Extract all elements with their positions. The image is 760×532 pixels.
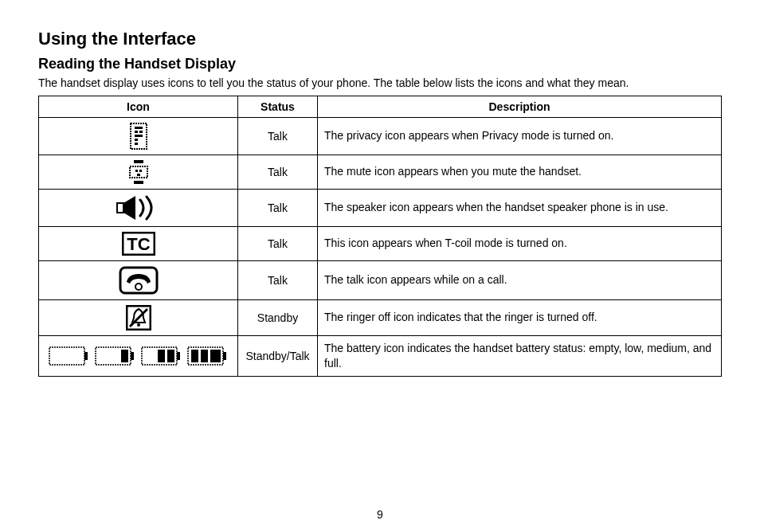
svg-rect-24 bbox=[131, 352, 134, 360]
mute-icon bbox=[128, 160, 149, 184]
page-title: Using the Interface bbox=[38, 29, 722, 49]
table-row: Standby/Talk The battery icon indicates … bbox=[39, 335, 722, 376]
icon-cell bbox=[39, 117, 238, 155]
privacy-icon bbox=[130, 123, 147, 150]
status-cell: Talk bbox=[238, 189, 318, 226]
status-cell: Talk bbox=[238, 117, 318, 155]
table-header-row: Icon Status Description bbox=[39, 96, 722, 117]
table-row: Talk The mute icon appears when you mute… bbox=[39, 155, 722, 189]
svg-rect-11 bbox=[139, 170, 142, 172]
talk-icon bbox=[119, 266, 159, 295]
icon-cell bbox=[39, 335, 238, 376]
speaker-icon bbox=[116, 194, 161, 221]
status-cell: Standby bbox=[238, 299, 318, 335]
svg-rect-27 bbox=[177, 352, 180, 360]
table-row: Standby The ringer off icon indicates th… bbox=[39, 299, 722, 335]
desc-cell: The mute icon appears when you mute the … bbox=[318, 155, 722, 189]
svg-rect-2 bbox=[135, 131, 138, 133]
svg-rect-25 bbox=[121, 350, 128, 362]
svg-rect-4 bbox=[135, 135, 143, 137]
section-title: Reading the Handset Display bbox=[38, 56, 722, 72]
svg-point-19 bbox=[137, 323, 140, 327]
svg-rect-33 bbox=[201, 350, 208, 362]
svg-rect-5 bbox=[135, 139, 138, 141]
desc-cell: The ringer off icon indicates that the r… bbox=[318, 299, 722, 335]
header-description: Description bbox=[318, 96, 722, 117]
page-number: 9 bbox=[0, 508, 760, 521]
table-row: Talk The talk icon appears while on a ca… bbox=[39, 260, 722, 299]
icon-cell bbox=[39, 299, 238, 335]
status-cell: Standby/Talk bbox=[238, 335, 318, 376]
desc-cell: The talk icon appears while on a call. bbox=[318, 260, 722, 299]
tcoil-icon: TC bbox=[122, 232, 155, 256]
svg-rect-28 bbox=[158, 350, 165, 362]
battery-icon bbox=[48, 344, 229, 368]
svg-rect-31 bbox=[223, 352, 226, 360]
table-row: TC Talk This icon appears when T-coil mo… bbox=[39, 226, 722, 260]
svg-rect-7 bbox=[134, 160, 143, 163]
table-row: Talk The privacy icon appears when Priva… bbox=[39, 117, 722, 155]
svg-rect-6 bbox=[135, 143, 138, 145]
svg-point-17 bbox=[135, 284, 142, 290]
header-status: Status bbox=[238, 96, 318, 117]
desc-cell: This icon appears when T-coil mode is tu… bbox=[318, 226, 722, 260]
svg-rect-3 bbox=[139, 131, 143, 133]
svg-rect-32 bbox=[191, 350, 198, 362]
desc-cell: The speaker icon appears when the handse… bbox=[318, 189, 722, 226]
svg-rect-21 bbox=[49, 347, 84, 365]
svg-rect-22 bbox=[84, 352, 88, 360]
svg-rect-13 bbox=[117, 203, 123, 213]
table-row: Talk The speaker icon appears when the h… bbox=[39, 189, 722, 226]
svg-rect-8 bbox=[134, 181, 143, 184]
icon-cell bbox=[39, 155, 238, 189]
ringer-off-icon bbox=[126, 305, 151, 331]
icon-cell: TC bbox=[39, 226, 238, 260]
svg-rect-1 bbox=[135, 127, 143, 129]
svg-rect-12 bbox=[137, 174, 140, 176]
header-icon: Icon bbox=[39, 96, 238, 117]
icon-cell bbox=[39, 189, 238, 226]
status-cell: Talk bbox=[238, 226, 318, 260]
status-cell: Talk bbox=[238, 155, 318, 189]
icon-cell bbox=[39, 260, 238, 299]
svg-rect-10 bbox=[135, 170, 138, 172]
svg-text:TC: TC bbox=[127, 234, 150, 254]
icon-table: Icon Status Description Talk The privacy… bbox=[38, 96, 722, 377]
desc-cell: The battery icon indicates the handset b… bbox=[318, 335, 722, 376]
intro-text: The handset display uses icons to tell y… bbox=[38, 76, 722, 91]
status-cell: Talk bbox=[238, 260, 318, 299]
svg-rect-34 bbox=[210, 350, 221, 362]
svg-rect-29 bbox=[167, 350, 174, 362]
desc-cell: The privacy icon appears when Privacy mo… bbox=[318, 117, 722, 155]
